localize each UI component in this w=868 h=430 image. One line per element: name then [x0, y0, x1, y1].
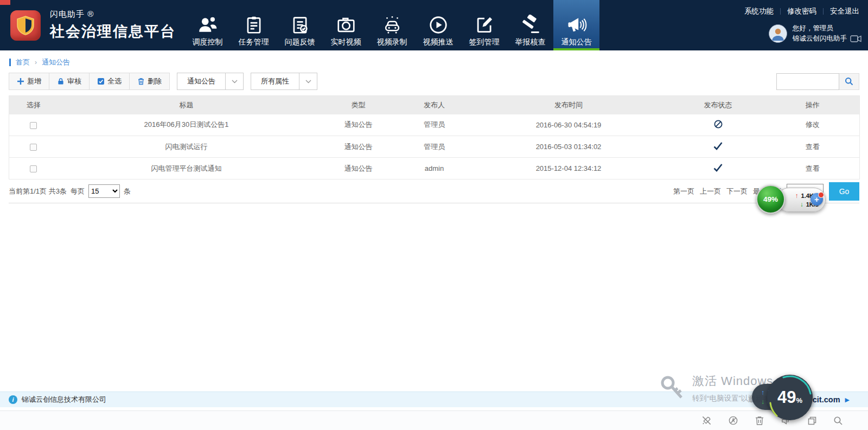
- per-page-select[interactable]: 15: [88, 184, 120, 198]
- table-body: 2016年06月30日测试公告1 通知公告 管理员 2016-06-30 04:…: [9, 114, 860, 179]
- nav-item-issue-feedback[interactable]: 问题反馈: [277, 0, 323, 50]
- select-all-button[interactable]: 全选: [90, 73, 130, 89]
- search-input[interactable]: [776, 73, 839, 90]
- chevron-down-icon[interactable]: [299, 73, 317, 89]
- nav-item-video-push[interactable]: 视频推送: [415, 0, 461, 50]
- breadcrumb-home[interactable]: 首页: [16, 57, 30, 67]
- search-box: [776, 73, 859, 90]
- brand-text: 闪电助手 ® 社会治理信息平台: [50, 9, 176, 41]
- add-button[interactable]: 新增: [9, 73, 49, 89]
- user-org: 锦诚云创闪电助手: [793, 34, 847, 44]
- nav-item-dispatch-control[interactable]: 调度控制: [184, 0, 231, 50]
- page-link[interactable]: 第一页: [673, 187, 694, 196]
- user-info: 您好，管理员 锦诚云创闪电助手: [738, 23, 861, 44]
- video-camera-icon[interactable]: [850, 35, 861, 42]
- table-header: 选择标题类型发布人发布时间发布状态操作: [9, 96, 860, 114]
- go-button[interactable]: Go: [829, 182, 859, 201]
- lock-icon: [57, 78, 65, 85]
- cpu-percent-circle[interactable]: 49%: [767, 375, 813, 420]
- row-checkbox[interactable]: [30, 165, 37, 172]
- net-speed-widget-bottom[interactable]: ↑ 1.5K/s ↓ 0.9K/s 49%: [751, 374, 838, 424]
- megaphone-icon: [566, 11, 587, 37]
- top-link-safe-logout[interactable]: 安全退出: [824, 7, 861, 16]
- notice-type: 通知公告: [315, 114, 402, 136]
- table-row: 2016年06月30日测试公告1 通知公告 管理员 2016-06-30 04:…: [9, 114, 860, 136]
- column-header: 发布人: [402, 96, 467, 114]
- notice-time: 2016-05-03 01:34:02: [467, 136, 671, 158]
- search-button[interactable]: [839, 73, 859, 90]
- notice-title[interactable]: 闪电测试运行: [165, 143, 208, 151]
- nav-item-notice-announcement[interactable]: 通知公告: [553, 0, 599, 50]
- notice-title[interactable]: 2016年06月30日测试公告1: [144, 120, 228, 129]
- page-link[interactable]: 下一页: [726, 187, 748, 196]
- nav-label: 通知公告: [561, 37, 592, 47]
- browser-bottom-strip: [0, 410, 868, 430]
- breadcrumb-bar: [9, 59, 11, 66]
- page-link[interactable]: 上一页: [700, 187, 721, 196]
- top-link-change-password[interactable]: 修改密码: [781, 7, 823, 16]
- memory-percent: 49%: [763, 195, 778, 203]
- arrow-right-icon[interactable]: ▶: [845, 396, 850, 403]
- nav-label: 视频录制: [377, 37, 407, 47]
- attr-filter-dropdown[interactable]: 所有属性: [251, 73, 317, 90]
- rocket-slash-icon[interactable]: [701, 415, 712, 426]
- header-right: 系统功能修改密码安全退出 您好，管理员 锦诚云创闪电助手: [738, 7, 861, 44]
- pagination-bar: 当前第1/1页 共3条 每页 15 条 第一页上一页下一页最后一页 Go: [9, 179, 859, 203]
- toolbar: 新增 审核 全选 删除 通知公告 所有属性: [9, 73, 859, 90]
- row-action-link[interactable]: 查看: [806, 143, 820, 151]
- app-header: 闪电助手 ® 社会治理信息平台 调度控制 任务管理 问题反馈 实时视频 视频录制…: [0, 0, 868, 50]
- nav-item-checkin-management[interactable]: 签到管理: [461, 0, 507, 50]
- nav-item-task-management[interactable]: 任务管理: [231, 0, 277, 50]
- avatar[interactable]: [769, 24, 787, 43]
- brand-block: 闪电助手 ® 社会治理信息平台: [0, 0, 184, 50]
- nav-label: 视频推送: [423, 37, 454, 47]
- row-action-link[interactable]: 查看: [806, 164, 820, 172]
- user-text: 您好，管理员 锦诚云创闪电助手: [793, 23, 847, 44]
- check-icon: [713, 142, 723, 151]
- notice-time: 2016-06-30 04:54:19: [467, 114, 671, 136]
- breadcrumb-current: 通知公告: [42, 57, 70, 67]
- people-icon: [197, 11, 218, 37]
- nav-item-video-recording[interactable]: 视频录制: [369, 0, 415, 50]
- notice-time: 2015-12-04 12:34:12: [467, 158, 671, 179]
- page-title: 社会治理信息平台: [50, 22, 176, 41]
- row-action-link[interactable]: 修改: [806, 120, 820, 129]
- breadcrumb-separator: ›: [35, 59, 37, 66]
- top-link-system-functions[interactable]: 系统功能: [738, 7, 780, 16]
- toolbar-button-group: 新增 审核 全选 删除: [9, 73, 170, 90]
- notices-table: 选择标题类型发布人发布时间发布状态操作 2016年06月30日测试公告1 通知公…: [9, 95, 860, 179]
- gavel-icon: [520, 11, 541, 37]
- download-arrow-icon: ↓: [761, 398, 764, 406]
- nav-item-live-video[interactable]: 实时视频: [323, 0, 369, 50]
- edit-icon: [474, 11, 495, 37]
- column-header: 类型: [315, 96, 402, 114]
- plus-icon: [17, 78, 24, 85]
- nav-label: 举报核查: [515, 37, 546, 47]
- ad-block-icon[interactable]: [728, 415, 738, 426]
- notice-title[interactable]: 闪电管理平台测试通知: [151, 164, 222, 172]
- search-icon: [845, 77, 853, 86]
- column-header: 选择: [9, 96, 58, 114]
- per-page-unit: 条: [124, 187, 131, 196]
- trash-icon: [137, 78, 145, 85]
- delete-button[interactable]: 删除: [130, 73, 169, 89]
- info-icon: i: [9, 395, 17, 404]
- upload-arrow-icon: ↑: [761, 389, 764, 396]
- chevron-down-icon[interactable]: [225, 73, 243, 89]
- pagination-summary-group: 当前第1/1页 共3条 每页 15 条: [9, 184, 131, 198]
- memory-percent-ball[interactable]: 49%: [756, 185, 785, 214]
- type-filter-dropdown[interactable]: 通知公告: [177, 73, 244, 90]
- key-icon: [660, 375, 685, 403]
- car-icon: [382, 11, 403, 37]
- main-nav: 调度控制 任务管理 问题反馈 实时视频 视频录制 视频推送 签到管理 举报核查 …: [184, 0, 599, 50]
- nav-item-report-verification[interactable]: 举报核查: [507, 0, 553, 50]
- button-label: 新增: [27, 76, 41, 86]
- row-checkbox[interactable]: [30, 122, 37, 129]
- column-header: 发布状态: [671, 96, 766, 114]
- review-button[interactable]: 审核: [49, 73, 90, 89]
- plus-ball-icon[interactable]: +: [810, 193, 823, 206]
- breadcrumb: 首页 › 通知公告: [9, 57, 868, 68]
- net-speed-widget-top[interactable]: ↑ 1.4K/s ↓ 1K/s + 49%: [756, 185, 828, 215]
- row-checkbox[interactable]: [30, 144, 37, 151]
- check-icon: [713, 163, 723, 172]
